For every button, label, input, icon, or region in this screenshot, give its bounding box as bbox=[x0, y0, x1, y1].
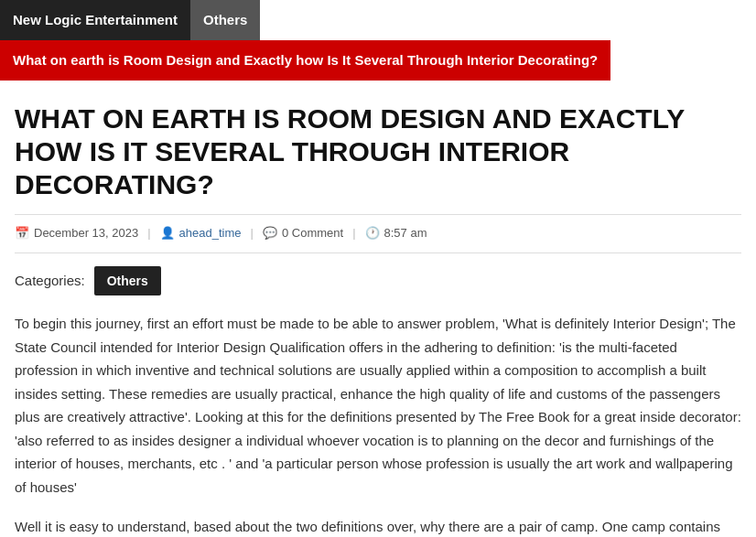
body-paragraph-2: Well it is easy to understand, based abo… bbox=[15, 515, 741, 537]
meta-time: 🕐 8:57 am bbox=[365, 224, 427, 243]
category-tag[interactable]: Others bbox=[94, 266, 161, 295]
comment-icon: 💬 bbox=[263, 224, 277, 243]
page-content: WHAT ON EARTH IS ROOM DESIGN AND EXACTLY… bbox=[0, 81, 756, 537]
user-icon: 👤 bbox=[160, 224, 175, 243]
breadcrumb-current[interactable]: What on earth is Room Design and Exactly… bbox=[0, 40, 610, 81]
meta-sep-1: | bbox=[147, 224, 150, 243]
breadcrumb-home[interactable]: New Logic Entertainment bbox=[0, 0, 190, 40]
calendar-icon: 📅 bbox=[15, 224, 29, 243]
comment-count: 0 Comment bbox=[282, 224, 343, 243]
breadcrumb-category[interactable]: Others bbox=[190, 0, 260, 40]
post-date: December 13, 2023 bbox=[34, 224, 138, 243]
categories-row: Categories: Others bbox=[15, 266, 741, 295]
post-title: WHAT ON EARTH IS ROOM DESIGN AND EXACTLY… bbox=[15, 102, 741, 201]
meta-author: 👤 ahead_time bbox=[160, 224, 242, 243]
post-meta: 📅 December 13, 2023 | 👤 ahead_time | 💬 0… bbox=[15, 214, 741, 253]
post-body: To begin this journey, first an effort m… bbox=[15, 312, 741, 537]
meta-sep-3: | bbox=[352, 224, 355, 243]
post-time: 8:57 am bbox=[384, 224, 427, 243]
categories-label: Categories: bbox=[15, 270, 85, 292]
body-paragraph-1: To begin this journey, first an effort m… bbox=[15, 312, 741, 499]
clock-icon: 🕐 bbox=[365, 224, 380, 243]
meta-date: 📅 December 13, 2023 bbox=[15, 224, 138, 243]
breadcrumb-bar: New Logic Entertainment Others What on e… bbox=[0, 0, 756, 81]
author-link[interactable]: ahead_time bbox=[179, 224, 242, 243]
meta-comments: 💬 0 Comment bbox=[263, 224, 343, 243]
meta-sep-2: | bbox=[251, 224, 254, 243]
